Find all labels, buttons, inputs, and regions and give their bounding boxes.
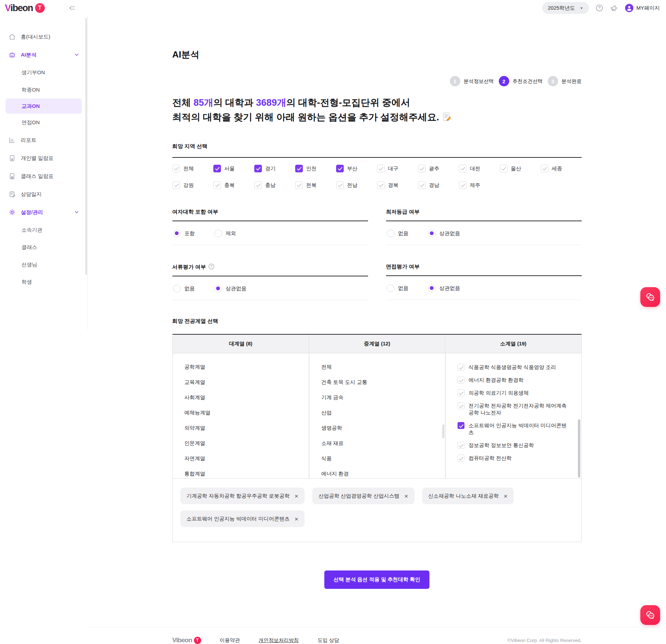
my-page-button[interactable]: MY페이지: [625, 3, 660, 12]
minor-column-scrollbar[interactable]: [578, 419, 580, 478]
region-checkbox-광주[interactable]: 광주: [418, 165, 459, 172]
list-item[interactable]: 사회계열: [185, 394, 299, 401]
sidebar-item-settings[interactable]: 설정/관리: [0, 203, 87, 221]
sidebar-item-counsel-log[interactable]: 상담일지: [0, 185, 87, 203]
radio-any[interactable]: 상관없음: [428, 230, 460, 237]
middle-column-scrollbar[interactable]: [442, 424, 444, 438]
chat-support-button[interactable]: [640, 287, 660, 307]
checkbox-icon: [458, 402, 464, 409]
radio-none[interactable]: 없음: [387, 230, 409, 237]
minor-checkbox-item[interactable]: 식품공학 식품생명공학 식품영양 조리: [458, 364, 572, 371]
region-checkbox-부산[interactable]: 부산: [336, 165, 377, 172]
document-evaluation-help[interactable]: [208, 263, 215, 270]
apply-options-button[interactable]: 선택 분석 옵션 적용 및 추천대학 확인: [324, 570, 429, 589]
region-checkbox-경남[interactable]: 경남: [418, 181, 459, 189]
list-item[interactable]: 산업: [321, 410, 435, 416]
region-checkbox-전북[interactable]: 전북: [295, 181, 336, 189]
radio-none[interactable]: 없음: [173, 285, 195, 292]
sidebar-item-institution[interactable]: 소속기관: [0, 221, 87, 239]
region-checkbox-경북[interactable]: 경북: [377, 181, 418, 189]
remove-tag-icon[interactable]: ×: [294, 516, 298, 522]
school-year-dropdown[interactable]: 2025학년도 ▼: [542, 2, 589, 14]
sidebar-item-teacher[interactable]: 선생님: [0, 256, 87, 273]
university-count: 85개: [194, 97, 213, 108]
sidebar-item-home[interactable]: 홈(대시보드): [0, 28, 87, 46]
checkbox-icon: [500, 165, 507, 172]
minor-checkbox-item[interactable]: 의공학 의료기기 의용생체: [458, 389, 572, 396]
help-icon: [595, 4, 604, 12]
sidebar-item-class[interactable]: 클래스: [0, 239, 87, 256]
sidebar-item-saenggibu-on[interactable]: 생기부ON: [0, 64, 87, 81]
announcements-button[interactable]: [610, 4, 618, 12]
region-checkbox-전체[interactable]: 전체: [172, 165, 213, 172]
region-checkbox-대구[interactable]: 대구: [377, 165, 418, 172]
list-item[interactable]: 자연계열: [185, 455, 299, 462]
chat-support-button[interactable]: [640, 605, 660, 625]
sidebar-item-label: 학생: [22, 279, 32, 285]
radio-any[interactable]: 상관없음: [428, 284, 460, 292]
minor-checkbox-item[interactable]: 전기공학 전자공학 전기전자공학 제어계측공학 나노전자: [458, 402, 572, 416]
list-item[interactable]: 식품: [321, 455, 435, 462]
footer-link-contact[interactable]: 도입 상담: [318, 637, 339, 644]
gear-icon: [8, 208, 16, 216]
region-checkbox-인천[interactable]: 인천: [295, 165, 336, 172]
region-checkbox-강원[interactable]: 강원: [172, 181, 213, 189]
footer-link-privacy[interactable]: 개인정보처리방침: [259, 637, 299, 644]
sidebar-item-label: 클래스: [22, 244, 37, 251]
checkbox-icon: [295, 165, 303, 172]
region-checkbox-대전[interactable]: 대전: [459, 165, 500, 172]
collapse-arrow-icon: [68, 4, 76, 12]
list-item[interactable]: 건축 토목 도시 교통: [321, 379, 435, 386]
list-item[interactable]: 생명공학: [321, 425, 435, 431]
list-item[interactable]: 소재 재료: [321, 440, 435, 447]
region-checkbox-충북[interactable]: 충북: [213, 181, 254, 189]
step-indicator: 1 분석정보선택 2 추천조건선택 3 분석완료: [172, 76, 582, 86]
list-item[interactable]: 인문계열: [185, 440, 299, 447]
remove-tag-icon[interactable]: ×: [504, 493, 507, 499]
region-checkbox-경기[interactable]: 경기: [254, 165, 295, 172]
sidebar-item-hakjong-on[interactable]: 학종ON: [0, 81, 87, 98]
list-item[interactable]: 통합계열: [185, 471, 299, 477]
radio-exclude[interactable]: 제외: [214, 230, 236, 237]
remove-tag-icon[interactable]: ×: [294, 493, 298, 499]
sidebar-item-label: AI분석: [21, 52, 36, 58]
list-item[interactable]: 공학계열: [185, 364, 299, 370]
list-item[interactable]: 교육계열: [185, 379, 299, 386]
sidebar-scrollbar[interactable]: [85, 18, 87, 275]
chat-bubbles-icon: [645, 292, 656, 303]
chevron-down-icon: ▼: [580, 6, 583, 10]
list-item[interactable]: 전체: [321, 364, 435, 370]
minor-checkbox-item[interactable]: 정보공학 정보보안 통신공학: [458, 442, 572, 449]
region-checkbox-울산[interactable]: 울산: [500, 165, 541, 172]
sidebar-collapse-button[interactable]: [68, 4, 76, 12]
remove-tag-icon[interactable]: ×: [404, 493, 408, 499]
list-item[interactable]: 에너지 환경: [321, 471, 435, 477]
list-item[interactable]: 의약계열: [185, 425, 299, 431]
page-title: AI분석: [172, 49, 582, 61]
region-checkbox-충남[interactable]: 충남: [254, 181, 295, 189]
sidebar-item-gyogwa-on[interactable]: 교과ON: [6, 98, 82, 114]
list-item[interactable]: 기계 금속: [321, 394, 435, 401]
sidebar-item-label: 설정/관리: [21, 209, 43, 216]
sidebar-item-report[interactable]: 리포트: [0, 131, 87, 149]
help-button[interactable]: [595, 4, 604, 12]
sidebar-item-myeonjeop-on[interactable]: 면접ON: [0, 114, 87, 131]
selected-tag: 소프트웨어 인공지능 빅데이터 미디어콘텐츠×: [180, 510, 305, 527]
sidebar-item-personal-sheet[interactable]: 개인별 일람표: [0, 149, 87, 167]
minor-checkbox-item[interactable]: 에너지 환경공학 환경학: [458, 377, 572, 384]
region-checkbox-전남[interactable]: 전남: [336, 181, 377, 189]
brand-logo[interactable]: Vibeon T: [5, 3, 45, 14]
footer-link-terms[interactable]: 이용약관: [220, 637, 240, 644]
region-checkbox-세종[interactable]: 세종: [541, 165, 582, 172]
sidebar-item-class-sheet[interactable]: 클래스 일람표: [0, 167, 87, 185]
sidebar-item-ai-analysis[interactable]: AI분석: [0, 46, 87, 64]
minor-checkbox-item[interactable]: 소프트웨어 인공지능 빅데이터 미디어콘텐츠: [458, 422, 572, 436]
region-checkbox-제주[interactable]: 제주: [459, 181, 500, 189]
region-checkbox-서울[interactable]: 서울: [213, 165, 254, 172]
radio-include[interactable]: 포함: [173, 230, 195, 237]
sidebar-item-student[interactable]: 학생: [0, 273, 87, 291]
minor-checkbox-item[interactable]: 컴퓨터공학 전산학: [458, 455, 572, 462]
radio-none[interactable]: 없음: [387, 284, 409, 292]
list-item[interactable]: 예체능계열: [185, 410, 299, 416]
radio-any[interactable]: 상관없음: [214, 285, 247, 292]
